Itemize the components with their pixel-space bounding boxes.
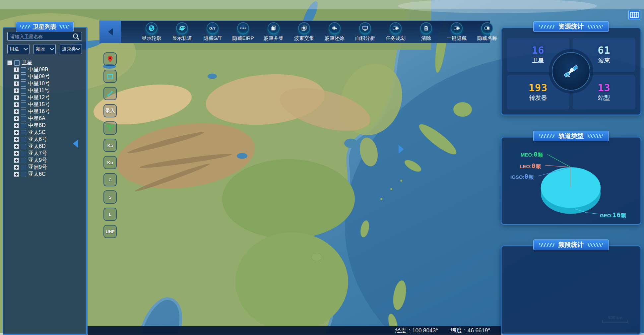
toolbar-beam-restore-button[interactable]: 波束还原: [319, 22, 350, 41]
tree-checkbox[interactable]: [21, 165, 26, 170]
band-filter-button[interactable]: UHF: [103, 225, 117, 238]
tool-rectangle-button[interactable]: [103, 70, 117, 83]
tree-checkbox[interactable]: [21, 158, 26, 163]
toolbar-area-analysis-button[interactable]: 面积分析: [350, 22, 380, 41]
tree-row[interactable]: 中星16号: [7, 108, 83, 115]
toolbar-hide-names-button[interactable]: 隐藏名称: [472, 22, 502, 41]
tree-checkbox[interactable]: [21, 130, 26, 135]
satellite-name[interactable]: 亚洲9号: [28, 164, 47, 171]
toolbar-hide-eirp-button[interactable]: EIRP 隐藏EIRP: [228, 22, 258, 41]
satellite-name[interactable]: 中星12号: [28, 94, 50, 101]
tool-line-button[interactable]: [103, 87, 117, 100]
tree-row[interactable]: 中星11号: [7, 87, 83, 94]
satellite-name[interactable]: 亚太6D: [28, 143, 45, 150]
tool-entry-button[interactable]: 录入: [103, 104, 117, 117]
satellite-name[interactable]: 中星15号: [28, 101, 50, 108]
expand-plus-icon[interactable]: [14, 95, 19, 100]
toolbar-task-planning-button[interactable]: 任务规划: [380, 22, 411, 41]
band-filter-button[interactable]: Ku: [103, 156, 117, 169]
satellite-name[interactable]: 中星11号: [28, 87, 50, 94]
expand-plus-icon[interactable]: [14, 123, 19, 128]
toolbar-hide-all-button[interactable]: 一键隐藏: [441, 22, 472, 41]
satellite-name[interactable]: 亚太9号: [28, 157, 47, 164]
expand-plus-icon[interactable]: [14, 151, 19, 156]
satellite-name[interactable]: 中星16号: [28, 108, 50, 115]
collapse-expander-icon[interactable]: [7, 60, 12, 65]
band-filter-button[interactable]: Ka: [103, 139, 117, 152]
tree-row[interactable]: 亚太9号: [7, 157, 83, 164]
tree-row[interactable]: 亚太6C: [7, 171, 83, 178]
toolbar-show-orbit-button[interactable]: 显示轨道: [167, 22, 197, 41]
tool-location-button[interactable]: [103, 52, 117, 66]
tree-checkbox[interactable]: [21, 88, 26, 94]
expand-plus-icon[interactable]: [14, 130, 19, 135]
tree-checkbox[interactable]: [21, 74, 26, 80]
tree-root-row[interactable]: 卫星: [7, 59, 83, 66]
toolbar-clear-button[interactable]: 清除: [411, 22, 441, 41]
tree-row[interactable]: 中星09B: [7, 66, 83, 73]
tree-checkbox[interactable]: [21, 116, 26, 121]
expand-plus-icon[interactable]: [14, 67, 19, 72]
search-input[interactable]: [7, 32, 82, 41]
expand-plus-icon[interactable]: [14, 144, 19, 149]
filter-beamtype-select[interactable]: 波束类型: [60, 44, 82, 54]
tree-row[interactable]: 中星12号: [7, 94, 83, 101]
satellite-name[interactable]: 亚太6C: [28, 171, 45, 178]
tree-row[interactable]: 中星15号: [7, 101, 83, 108]
tree-checkbox[interactable]: [21, 102, 26, 107]
toolbar-beam-union-button[interactable]: 波束并集: [258, 22, 289, 41]
tree-checkbox[interactable]: [14, 60, 20, 66]
tree-row[interactable]: 中星10号: [7, 80, 83, 87]
tree-checkbox[interactable]: [21, 144, 26, 149]
toolbar-hide-gt-button[interactable]: G/T 隐藏G/T: [197, 22, 228, 41]
tree-checkbox[interactable]: [21, 151, 26, 156]
satellite-name[interactable]: 中星09B: [28, 66, 48, 73]
satellite-name[interactable]: 中星10号: [28, 80, 50, 87]
expand-plus-icon[interactable]: [14, 158, 19, 163]
sidebar-collapse-button[interactable]: [73, 139, 78, 148]
tree-checkbox[interactable]: [21, 95, 26, 100]
right-panels-expand-button[interactable]: [399, 145, 404, 154]
tree-row[interactable]: 中星09号: [7, 73, 83, 80]
satellite-name[interactable]: 中星6A: [28, 115, 45, 122]
expand-plus-icon[interactable]: [14, 74, 19, 79]
tree-root-label[interactable]: 卫星: [22, 59, 32, 66]
tree-row[interactable]: 中星6D: [7, 122, 83, 129]
tree-row[interactable]: 亚太5C: [7, 129, 83, 136]
toolbar-collapse-button[interactable]: [100, 21, 121, 43]
tree-row[interactable]: 中星6A: [7, 115, 83, 122]
band-filter-button[interactable]: S: [103, 190, 117, 204]
filter-band-select[interactable]: 频段: [33, 44, 56, 54]
band-filter-button[interactable]: C: [103, 173, 117, 186]
tree-row[interactable]: 亚太7号: [7, 150, 83, 157]
expand-plus-icon[interactable]: [14, 172, 19, 177]
tree-checkbox[interactable]: [21, 137, 26, 142]
tool-antenna-button[interactable]: [103, 121, 117, 135]
tree-checkbox[interactable]: [21, 109, 26, 114]
layer-grid-button[interactable]: [628, 10, 640, 20]
expand-plus-icon[interactable]: [14, 81, 19, 86]
tree-row[interactable]: 亚洲9号: [7, 164, 83, 171]
expand-plus-icon[interactable]: [14, 102, 19, 107]
toolbar-show-outline-button[interactable]: 显示轮廓: [136, 22, 167, 41]
tree-checkbox[interactable]: [21, 81, 26, 87]
expand-plus-icon[interactable]: [14, 137, 19, 142]
toolbar-beam-intersect-button[interactable]: 波束交集: [289, 22, 319, 41]
satellite-name[interactable]: 亚太5C: [28, 129, 45, 136]
expand-plus-icon[interactable]: [14, 109, 19, 114]
filter-usage-select[interactable]: 用途: [7, 44, 30, 54]
tree-checkbox[interactable]: [21, 172, 26, 177]
expand-plus-icon[interactable]: [14, 116, 19, 121]
band-filter-button[interactable]: L: [103, 208, 117, 221]
search-icon[interactable]: [73, 34, 78, 38]
satellite-name[interactable]: 亚太7号: [28, 150, 47, 157]
satellite-name[interactable]: 亚太6号: [28, 136, 47, 143]
satellite-name[interactable]: 中星09号: [28, 73, 50, 80]
tree-row[interactable]: 亚太6D: [7, 143, 83, 150]
tree-row[interactable]: 亚太6号: [7, 136, 83, 143]
tree-checkbox[interactable]: [21, 67, 26, 73]
expand-plus-icon[interactable]: [14, 88, 19, 93]
tree-checkbox[interactable]: [21, 123, 26, 128]
expand-plus-icon[interactable]: [14, 165, 19, 170]
satellite-name[interactable]: 中星6D: [28, 122, 45, 129]
